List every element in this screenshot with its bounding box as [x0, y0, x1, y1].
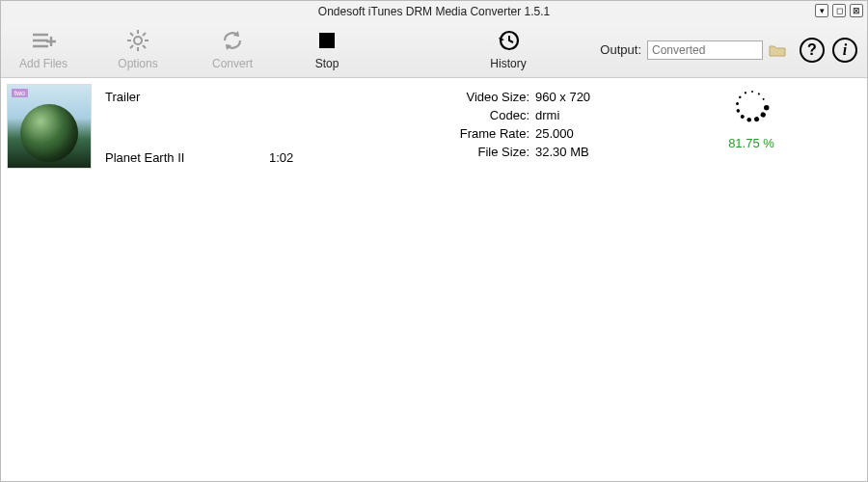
history-label: History [490, 57, 526, 70]
svg-line-7 [130, 45, 133, 48]
info-button[interactable]: i [832, 38, 857, 63]
item-thumbnail: two [7, 84, 92, 169]
file-size-value: 32.30 MB [535, 145, 589, 159]
convert-button[interactable]: Convert [200, 28, 265, 70]
add-files-label: Add Files [19, 57, 68, 70]
item-duration: 1:02 [269, 150, 293, 165]
gear-icon [125, 28, 150, 53]
add-files-button[interactable]: Add Files [11, 28, 76, 70]
help-button[interactable]: ? [800, 38, 825, 63]
dropdown-window-button[interactable]: ▾ [815, 4, 828, 17]
frame-rate-key: Frame Rate: [443, 126, 529, 141]
svg-point-0 [134, 37, 142, 44]
history-button[interactable]: History [475, 28, 541, 70]
video-size-key: Video Size: [443, 90, 529, 104]
file-size-key: File Size: [443, 145, 529, 159]
minimize-window-button[interactable]: ◻ [832, 4, 846, 17]
thumb-badge: two [12, 89, 28, 97]
close-window-button[interactable]: ⊠ [850, 4, 863, 17]
codec-key: Codec: [443, 108, 529, 122]
options-label: Options [118, 57, 157, 70]
item-subtitle: Planet Earth II [105, 150, 269, 165]
stop-button[interactable]: Stop [294, 28, 360, 70]
output-path-input[interactable] [647, 40, 763, 60]
refresh-icon [220, 28, 245, 53]
progress-percent: 81.75 % [728, 136, 774, 150]
file-list: two Trailer Planet Earth II 1:02 Video S… [1, 78, 867, 174]
open-folder-button[interactable] [769, 42, 786, 58]
item-title: Trailer [105, 90, 269, 104]
options-button[interactable]: Options [105, 28, 171, 70]
stop-icon [314, 28, 339, 53]
loading-spinner-icon [736, 90, 767, 120]
svg-line-8 [143, 33, 146, 36]
toolbar: Add Files Options Convert Stop History [1, 22, 867, 78]
svg-rect-9 [319, 33, 335, 48]
svg-line-5 [130, 33, 133, 36]
app-title: Ondesoft iTunes DRM Media Converter 1.5.… [318, 5, 550, 18]
output-row: Output: [600, 40, 786, 60]
history-icon [496, 28, 521, 53]
title-bar: Ondesoft iTunes DRM Media Converter 1.5.… [1, 1, 867, 22]
convert-label: Convert [212, 57, 253, 70]
stop-label: Stop [315, 57, 339, 70]
frame-rate-value: 25.000 [535, 126, 574, 141]
list-item: Trailer Planet Earth II 1:02 Video Size:… [92, 84, 861, 169]
video-size-value: 960 x 720 [535, 90, 590, 104]
add-files-icon [31, 28, 56, 53]
codec-value: drmi [535, 108, 559, 122]
window-controls: ▾ ◻ ⊠ [815, 4, 863, 17]
output-label: Output: [600, 42, 641, 57]
svg-line-6 [143, 45, 146, 48]
